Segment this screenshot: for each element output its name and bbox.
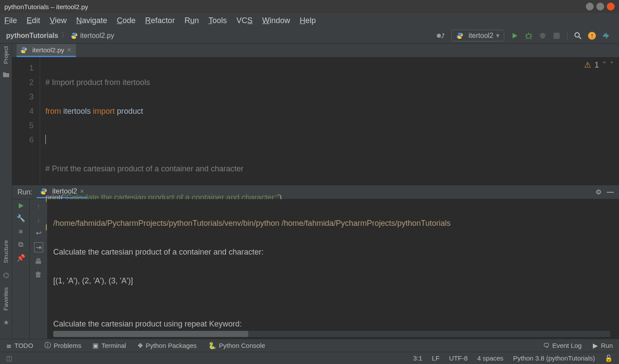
- python-console-icon: 🐍: [208, 342, 216, 350]
- menu-run[interactable]: Run: [185, 16, 199, 25]
- menu-file[interactable]: File: [4, 16, 17, 25]
- horizontal-scrollbar[interactable]: [53, 331, 610, 337]
- favorites-toolwindow-button[interactable]: Favorites: [3, 287, 9, 310]
- stop-icon[interactable]: ■: [19, 228, 23, 235]
- window-title: pythonTutorials – itertool2.py: [4, 3, 583, 10]
- chevron-down-icon: ▾: [496, 31, 499, 40]
- status-bar: ◫ 3:1 LF UTF-8 4 spaces Python 3.8 (pyth…: [0, 352, 619, 364]
- menu-code[interactable]: Code: [117, 16, 136, 25]
- chevron-down-icon[interactable]: ˅: [610, 60, 614, 70]
- file-encoding[interactable]: UTF-8: [449, 354, 468, 362]
- up-arrow-icon[interactable]: ↑: [37, 203, 40, 211]
- wrench-icon[interactable]: 🔧: [17, 214, 25, 222]
- console-line: Calculate the cartesian product using re…: [53, 317, 619, 331]
- soft-wrap-icon[interactable]: ↩: [36, 229, 41, 237]
- code-area[interactable]: # Import product from itertools from ite…: [40, 58, 619, 185]
- python-interpreter[interactable]: Python 3.8 (pythonTutorials): [513, 354, 595, 362]
- chevron-up-icon[interactable]: ˄: [602, 60, 606, 70]
- layout-icon[interactable]: ⧉: [18, 241, 23, 248]
- navigation-toolbar: pythonTutorials 〉 itertool2.py itertool2…: [0, 28, 619, 44]
- run-actions-column: 🔧 ■ ⧉ 📌: [12, 199, 30, 339]
- eventlog-button[interactable]: 🗨Event Log: [543, 342, 582, 349]
- run-console-output[interactable]: /home/fahmida/PycharmProjects/pythonTuto…: [47, 199, 619, 339]
- structure-toolwindow-button[interactable]: Structure: [3, 240, 9, 263]
- pin-icon[interactable]: 📌: [17, 254, 25, 262]
- warning-count: 1: [595, 61, 599, 70]
- structure-icon: ⌬: [3, 271, 9, 279]
- code-editor[interactable]: 1 2 3 4 5 6 # Import product from iterto…: [12, 58, 619, 185]
- editor-tabs: itertool2.py ✕: [12, 44, 619, 58]
- menu-help[interactable]: Help: [300, 16, 316, 25]
- code-comment: # Import product from itertools: [45, 78, 150, 87]
- caret-position[interactable]: 3:1: [413, 354, 422, 362]
- svg-point-4: [575, 33, 579, 37]
- print-icon[interactable]: 🖶: [35, 258, 42, 265]
- editor-tab-label: itertool2.py: [32, 46, 64, 54]
- code-text: itertools: [61, 107, 93, 116]
- editor-gutter: 1 2 3 4 5 6: [12, 58, 40, 185]
- line-number: 4: [12, 104, 34, 119]
- breadcrumb-file[interactable]: itertool2.py: [80, 32, 114, 40]
- breadcrumb-project[interactable]: pythonTutorials: [6, 32, 58, 40]
- line-separator[interactable]: LF: [432, 354, 440, 362]
- star-icon: ★: [3, 318, 9, 327]
- indent-setting[interactable]: 4 spaces: [477, 354, 503, 362]
- toolwindow-quick-access-icon[interactable]: ◫: [6, 354, 12, 362]
- add-configuration-icon[interactable]: [435, 30, 447, 41]
- titlebar: pythonTutorials – itertool2.py: [0, 0, 619, 13]
- menu-tools[interactable]: Tools: [209, 16, 227, 25]
- project-toolwindow-button[interactable]: Project: [3, 46, 9, 64]
- bottom-toolwindow-bar: ≣TODO ⓘProblems ▣Terminal ❖Python Packag…: [0, 339, 619, 352]
- search-icon[interactable]: [572, 30, 584, 41]
- run-label: Run:: [17, 188, 32, 196]
- problems-toolwindow-button[interactable]: ⓘProblems: [44, 341, 81, 350]
- line-number: 1: [12, 61, 34, 75]
- run-button-icon[interactable]: [509, 30, 520, 41]
- code-comment: # Print the cartesian product of a conta…: [45, 164, 243, 173]
- editor-inspection-widget[interactable]: ⚠ 1 ˄ ˅: [584, 60, 614, 70]
- window-minimize-button[interactable]: [586, 3, 594, 10]
- trash-icon[interactable]: 🗑: [35, 271, 42, 279]
- ide-features-icon[interactable]: [600, 30, 612, 41]
- run-configuration-selector[interactable]: itertool2 ▾: [451, 30, 504, 41]
- stop-icon[interactable]: [551, 30, 562, 41]
- todo-toolwindow-button[interactable]: ≣TODO: [6, 342, 33, 350]
- text-cursor: [45, 135, 46, 144]
- scroll-to-end-icon[interactable]: ⇥: [34, 242, 43, 252]
- python-icon: [456, 32, 463, 39]
- line-number: 2: [12, 75, 34, 90]
- terminal-icon: ▣: [92, 342, 99, 350]
- speech-icon: 🗨: [543, 342, 550, 349]
- svg-point-1: [75, 37, 75, 38]
- terminal-toolwindow-button[interactable]: ▣Terminal: [92, 342, 126, 350]
- window-close-button[interactable]: [607, 3, 615, 10]
- folder-icon[interactable]: [3, 71, 10, 78]
- rerun-icon[interactable]: [18, 203, 24, 209]
- line-number: 6: [12, 133, 34, 147]
- menu-window[interactable]: Window: [262, 16, 290, 25]
- console-line: [(1, 'A'), (2, 'A'), (3, 'A')]: [53, 274, 619, 288]
- update-available-icon[interactable]: ↑: [586, 30, 598, 41]
- lock-icon[interactable]: 🔓: [605, 354, 613, 362]
- console-command: /home/fahmida/PycharmProjects/pythonTuto…: [53, 219, 451, 228]
- window-maximize-button[interactable]: [596, 3, 604, 10]
- menu-navigate[interactable]: Navigate: [76, 16, 107, 25]
- scrollbar-thumb[interactable]: [53, 331, 248, 337]
- console-toolwindow-button[interactable]: 🐍Python Console: [208, 342, 265, 350]
- left-toolwindow-rail: Project Structure ⌬ Favorites ★: [0, 44, 12, 339]
- run-toolwindow-button[interactable]: ▶Run: [593, 342, 613, 350]
- menubar: File Edit View Navigate Code Refactor Ru…: [0, 13, 619, 28]
- menu-edit[interactable]: Edit: [27, 16, 40, 25]
- menu-refactor[interactable]: Refactor: [145, 16, 175, 25]
- editor-tab-active[interactable]: itertool2.py ✕: [17, 44, 76, 57]
- debug-button-icon[interactable]: [523, 30, 534, 41]
- run-nav-column: ↑ ↓ ↩ ⇥ 🖶 🗑: [30, 199, 47, 339]
- line-number: 3: [12, 90, 34, 104]
- packages-toolwindow-button[interactable]: ❖Python Packages: [137, 342, 197, 350]
- coverage-icon[interactable]: [537, 30, 548, 41]
- down-arrow-icon[interactable]: ↓: [37, 216, 40, 224]
- close-tab-icon[interactable]: ✕: [67, 47, 72, 53]
- menu-view[interactable]: View: [50, 16, 67, 25]
- menu-vcs[interactable]: VCS: [236, 16, 253, 25]
- svg-rect-3: [554, 33, 560, 39]
